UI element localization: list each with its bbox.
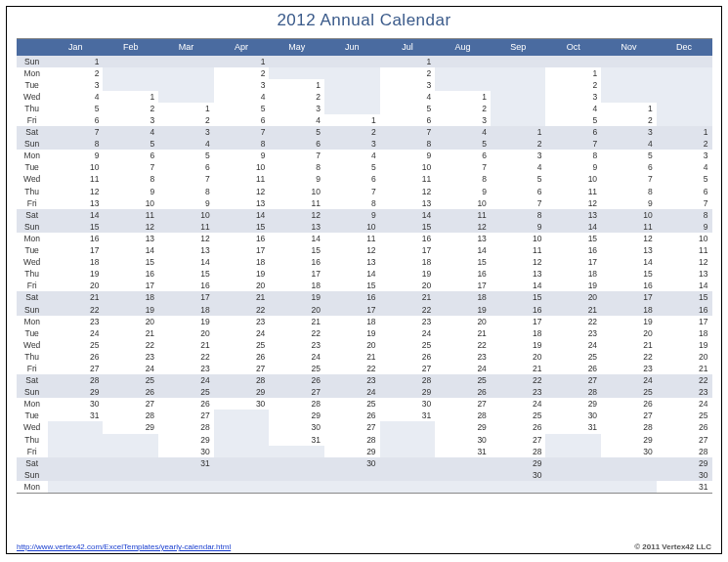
date-cell: 7 (601, 173, 657, 185)
date-cell (214, 457, 270, 469)
date-cell: 31 (158, 457, 214, 469)
dayname-cell: Sat (17, 374, 48, 386)
date-cell (545, 457, 601, 469)
date-cell: 12 (324, 244, 380, 256)
date-cell: 25 (491, 410, 546, 421)
date-cell: 3 (214, 79, 270, 91)
calendar-row: Sun1512111513101512914119 (17, 221, 712, 233)
date-cell: 5 (435, 138, 491, 150)
date-cell: 15 (324, 280, 380, 291)
date-cell: 6 (269, 138, 324, 150)
calendar-row: Wed292830272926312826 (17, 421, 712, 433)
date-cell: 8 (657, 209, 712, 221)
date-cell: 14 (657, 280, 712, 291)
date-cell: 29 (269, 410, 324, 421)
date-cell: 4 (103, 126, 158, 138)
date-cell: 16 (435, 268, 491, 280)
date-cell (435, 56, 491, 67)
copyright-text: © 2011 Vertex42 LLC (634, 542, 711, 551)
date-cell: 3 (545, 91, 601, 103)
date-cell: 22 (324, 363, 380, 374)
date-cell: 18 (158, 303, 214, 315)
dayname-cell: Sun (17, 56, 48, 67)
date-cell: 22 (158, 351, 214, 363)
date-cell: 2 (269, 91, 324, 103)
date-cell: 6 (324, 173, 380, 185)
date-cell: 26 (601, 398, 657, 410)
date-cell: 2 (601, 114, 657, 126)
date-cell (380, 469, 436, 481)
date-cell: 14 (269, 233, 324, 244)
date-cell: 17 (380, 244, 436, 256)
date-cell: 16 (380, 233, 436, 244)
date-cell: 1 (491, 126, 546, 138)
date-cell: 24 (158, 374, 214, 386)
date-cell: 7 (491, 197, 546, 209)
date-cell (48, 457, 104, 469)
date-cell: 13 (657, 268, 712, 280)
date-cell: 17 (491, 316, 546, 327)
date-cell: 25 (48, 339, 104, 351)
date-cell: 22 (48, 303, 104, 315)
date-cell (435, 67, 491, 79)
date-cell (103, 446, 158, 457)
date-cell (158, 79, 214, 91)
date-cell: 11 (103, 209, 158, 221)
date-cell: 2 (214, 67, 270, 79)
date-cell (380, 481, 436, 494)
date-cell: 1 (214, 56, 270, 67)
date-cell: 18 (545, 268, 601, 280)
date-cell: 8 (601, 186, 657, 197)
date-cell: 6 (435, 150, 491, 161)
dayname-cell: Tue (17, 327, 48, 339)
date-cell: 5 (545, 114, 601, 126)
date-cell (324, 79, 380, 91)
date-cell (103, 79, 158, 91)
date-cell: 30 (48, 398, 104, 410)
date-cell: 10 (158, 209, 214, 221)
date-cell: 18 (380, 256, 436, 268)
date-cell (491, 481, 546, 494)
date-cell: 9 (214, 150, 270, 161)
date-cell (103, 469, 158, 481)
date-cell: 23 (158, 363, 214, 374)
dayname-cell: Wed (17, 173, 48, 185)
date-cell: 29 (380, 386, 436, 398)
date-cell: 23 (491, 386, 546, 398)
date-cell: 4 (158, 138, 214, 150)
dayname-cell: Wed (17, 339, 48, 351)
date-cell: 15 (380, 221, 436, 233)
date-cell: 8 (214, 138, 270, 150)
date-cell: 16 (491, 303, 546, 315)
date-cell: 11 (601, 221, 657, 233)
date-cell: 18 (103, 291, 158, 303)
date-cell: 27 (269, 386, 324, 398)
date-cell (158, 67, 214, 79)
date-cell: 6 (103, 150, 158, 161)
dayname-cell: Sun (17, 386, 48, 398)
date-cell: 19 (48, 268, 104, 280)
date-cell: 13 (214, 197, 270, 209)
calendar-row: Mon302726302825302724292624 (17, 398, 712, 410)
date-cell: 11 (214, 173, 270, 185)
date-cell: 22 (435, 339, 491, 351)
date-cell: 27 (48, 363, 104, 374)
date-cell: 31 (657, 481, 712, 494)
date-cell (48, 421, 104, 433)
calendar-row: Mon965974963853 (17, 150, 712, 161)
date-cell (601, 91, 657, 103)
date-cell (214, 469, 270, 481)
source-link[interactable]: http://www.vertex42.com/ExcelTemplates/y… (17, 542, 231, 551)
date-cell: 10 (103, 197, 158, 209)
calendar-row: Wed252221252320252219242119 (17, 339, 712, 351)
month-header: Mar (158, 39, 214, 56)
date-cell: 18 (657, 327, 712, 339)
date-cell: 26 (435, 386, 491, 398)
date-cell: 18 (48, 256, 104, 268)
date-cell: 3 (48, 79, 104, 91)
calendar-row: Tue171413171512171411161311 (17, 244, 712, 256)
date-cell: 18 (214, 256, 270, 268)
date-cell: 29 (103, 421, 158, 433)
date-cell: 25 (601, 386, 657, 398)
date-cell (380, 457, 436, 469)
